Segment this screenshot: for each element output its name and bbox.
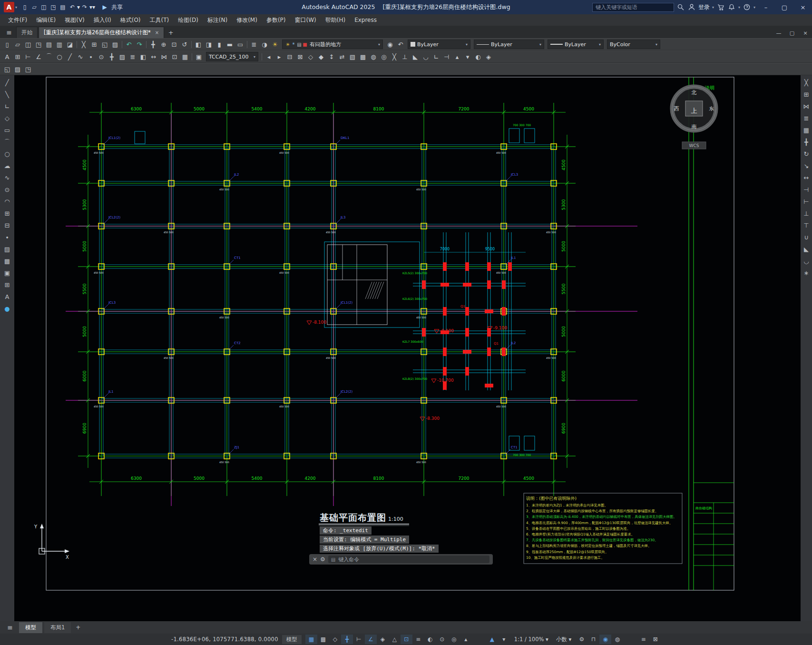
menu-format[interactable]: 格式(O) <box>116 15 145 26</box>
offset-tool-icon[interactable]: ≣ <box>801 112 812 124</box>
menu-file[interactable]: 文件(F) <box>4 15 31 26</box>
grid-toggle[interactable]: ▦ <box>305 635 317 644</box>
trim-icon[interactable]: ╳ <box>389 52 400 61</box>
mtext-tool-icon[interactable]: A <box>1 291 13 303</box>
fillet-icon[interactable]: ◡ <box>421 52 431 61</box>
tab-start[interactable]: 开始 <box>16 27 38 38</box>
gradient-icon[interactable]: ▩ <box>358 52 368 61</box>
layer-isolate-icon[interactable]: ☀ <box>270 40 280 49</box>
move-icon[interactable]: ╋ <box>107 52 117 61</box>
trim-tool-icon[interactable]: ⊣ <box>801 184 812 196</box>
line-icon[interactable]: ╱ <box>65 52 75 61</box>
point-tool-icon[interactable]: ∙ <box>1 231 13 243</box>
file-tab-menu-icon[interactable]: ≡ <box>2 27 16 38</box>
menu-edit[interactable]: 编辑(E) <box>32 15 60 26</box>
doc-close-button[interactable]: × <box>799 28 812 38</box>
saveas-icon[interactable]: ◳ <box>33 40 44 49</box>
region-icon[interactable]: ◍ <box>368 52 379 61</box>
notification-bell-icon[interactable] <box>727 3 736 11</box>
linetype-dropdown[interactable]: ByLayer ▾ <box>474 40 544 49</box>
dim-style-icon[interactable]: ◂ <box>264 52 274 61</box>
copy-tool-icon[interactable]: ⊞ <box>801 89 812 100</box>
color-swatch-icon[interactable]: ● <box>1 303 13 315</box>
close-commandline-icon[interactable]: × <box>313 556 317 563</box>
text-style-dropdown[interactable]: TCCAD_25_100 ▾ <box>206 52 258 61</box>
xref-icon[interactable]: ⊠ <box>295 52 305 61</box>
chevron-down-icon[interactable]: ▾ <box>753 5 755 10</box>
ellipse-arc-tool-icon[interactable]: ◠ <box>1 196 13 208</box>
zoom-window-icon[interactable]: ⊡ <box>169 40 179 49</box>
new-tab-button[interactable]: + <box>165 27 176 38</box>
chevron-down-icon[interactable]: ▾ <box>738 5 740 10</box>
menu-tools[interactable]: 工具(T) <box>146 15 174 26</box>
spline-icon[interactable]: ∿ <box>75 52 86 61</box>
chamfer-tool-icon[interactable]: ◣ <box>801 243 812 255</box>
markup-icon[interactable]: ▭ <box>235 40 245 49</box>
fillet-tool-icon[interactable]: ◡ <box>801 255 812 267</box>
mirror-icon[interactable]: ⋈ <box>159 52 169 61</box>
spline-tool-icon[interactable]: ∿ <box>1 172 13 184</box>
infer-constraints-toggle[interactable]: ◇ <box>329 635 341 644</box>
dim-linear-icon[interactable]: ⊢ <box>23 52 33 61</box>
swap-icon[interactable]: ⇄ <box>337 52 347 61</box>
menu-modify[interactable]: 修改(M) <box>232 15 262 26</box>
polar-toggle[interactable]: ∠ <box>365 635 377 644</box>
break-at-point-tool-icon[interactable]: ⊥ <box>801 208 812 219</box>
close-button[interactable]: × <box>795 0 811 14</box>
arc-icon[interactable]: ⌒ <box>44 52 54 61</box>
donut-icon[interactable]: ⊙ <box>96 52 107 61</box>
qnew-icon[interactable]: ▯ <box>20 2 29 12</box>
doc-minimize-button[interactable]: — <box>772 28 785 38</box>
dynamic-input-toggle[interactable]: ╋ <box>341 635 353 644</box>
circle-icon[interactable]: ○ <box>54 52 65 61</box>
search-input[interactable] <box>592 3 674 12</box>
ortho-toggle[interactable]: ⊢ <box>353 635 365 644</box>
sheet-set-icon[interactable]: ▬ <box>225 40 235 49</box>
isodraft-toggle[interactable]: ◈ <box>377 635 389 644</box>
style-manager-icon[interactable]: ▣ <box>194 52 204 61</box>
table-tool-icon[interactable]: ⊞ <box>1 279 13 291</box>
raise-icon[interactable]: ▴ <box>452 52 462 61</box>
drawing-canvas[interactable]: 商住楼结构63005000540042008100720045006300500… <box>14 75 801 621</box>
ellipse-tool-icon[interactable]: ⊙ <box>1 184 13 196</box>
save-icon[interactable]: ◫ <box>39 2 49 12</box>
annotation-scale-button[interactable]: 1:1 / 100% ▾ <box>511 636 552 643</box>
circle-tool-icon[interactable]: ○ <box>1 148 13 160</box>
redo-icon[interactable]: ↷ <box>134 40 145 49</box>
redo-icon[interactable]: ↷ <box>80 2 89 12</box>
rectangle-tool-icon[interactable]: ▭ <box>1 124 13 136</box>
mtext-icon[interactable]: A <box>2 52 12 61</box>
region-tool-icon[interactable]: ▣ <box>1 267 13 279</box>
properties-icon[interactable]: ◧ <box>193 40 204 49</box>
clean-screen-icon[interactable]: ⊠ <box>649 635 661 644</box>
layout-menu-icon[interactable]: ≡ <box>3 622 17 633</box>
search-icon[interactable] <box>676 3 685 11</box>
hatch-icon[interactable]: ▨ <box>117 52 127 61</box>
point-icon[interactable]: ∙ <box>86 52 96 61</box>
help-icon[interactable] <box>743 3 751 11</box>
cut-icon[interactable]: ╳ <box>78 40 89 49</box>
selection-cycling-toggle[interactable]: ⊙ <box>436 635 448 644</box>
plotstyle-dropdown[interactable]: ByColor ▾ <box>607 40 660 49</box>
save-icon[interactable]: ◫ <box>23 40 33 49</box>
open-icon[interactable]: ▱ <box>29 2 39 12</box>
half-icon[interactable]: ◐ <box>473 52 483 61</box>
break-icon[interactable]: ⊥ <box>400 52 410 61</box>
lineweight-dropdown[interactable]: ByLayer ▾ <box>548 40 604 49</box>
list-icon[interactable]: ≣ <box>127 52 138 61</box>
block-editor-icon[interactable]: ⊟ <box>284 52 295 61</box>
tool-palettes-icon[interactable]: ▮ <box>214 40 225 49</box>
model-space-button[interactable]: 模型 <box>282 635 302 644</box>
saveas-icon[interactable]: ◳ <box>49 2 58 12</box>
osnap-3d-toggle[interactable]: ◎ <box>448 635 460 644</box>
menu-draw[interactable]: 绘图(D) <box>174 15 203 26</box>
hatch-tool-icon[interactable]: ▨ <box>1 243 13 255</box>
area-icon[interactable]: ◆ <box>316 52 326 61</box>
share-button[interactable]: ▶ 共享 <box>96 2 127 12</box>
revcloud-tool-icon[interactable]: ☁ <box>1 160 13 172</box>
chamfer-icon[interactable]: ◣ <box>410 52 421 61</box>
make-object-layer-current-icon[interactable]: ◉ <box>385 40 395 49</box>
panel-icon[interactable]: ◧ <box>138 52 148 61</box>
open-icon[interactable]: ▱ <box>12 40 23 49</box>
move-tool-icon[interactable]: ╋ <box>801 136 812 148</box>
